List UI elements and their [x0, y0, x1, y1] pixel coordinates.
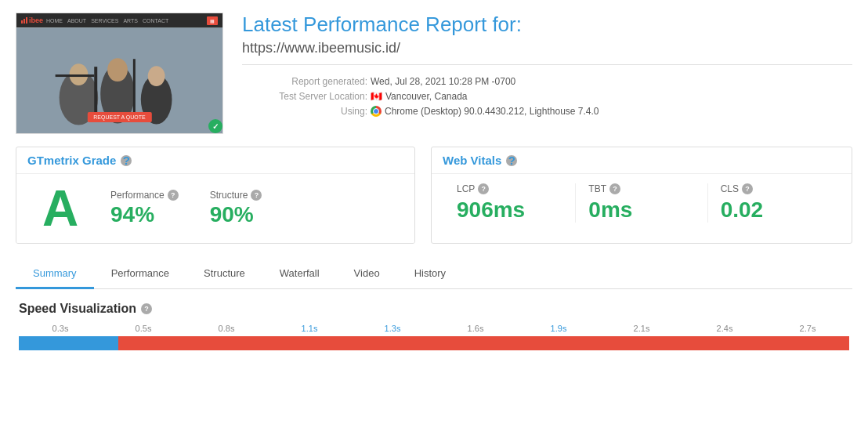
nav-contact: CONTACT — [143, 18, 168, 24]
site-screenshot: ibee HOME ABOUT SERVICES ARTS CONTACT ▦ — [16, 13, 223, 134]
marker-7: 2.1s — [600, 324, 683, 333]
gtmetrix-panel-title: GTmetrix Grade ? — [16, 147, 414, 174]
svg-rect-8 — [133, 59, 136, 113]
grade-letter: A — [29, 183, 92, 234]
main-container: ibee HOME ABOUT SERVICES ARTS CONTACT ▦ — [0, 0, 868, 350]
logo-text: ibee — [29, 16, 43, 24]
vital-tbt-value: 0ms — [588, 198, 694, 223]
tab-summary[interactable]: Summary — [16, 259, 94, 289]
vital-lcp: LCP ? 906ms — [444, 183, 576, 223]
speed-timeline: 0.3s 0.5s 0.8s 1.1s 1.3s 1.6s 1.9s 2.1s … — [19, 324, 849, 350]
tabs-section: Summary Performance Structure Waterfall … — [16, 259, 852, 289]
grades-section: GTmetrix Grade ? A Performance ? 94% — [16, 147, 852, 244]
lcp-help-icon[interactable]: ? — [478, 183, 489, 194]
marker-9: 2.7s — [766, 324, 849, 333]
vital-cls: CLS ? 0.02 — [708, 183, 839, 223]
tab-video[interactable]: Video — [337, 259, 397, 289]
marker-0: 0.3s — [19, 324, 102, 333]
metric-structure: Structure ? 90% — [210, 190, 262, 227]
metric-performance-value: 94% — [110, 202, 179, 227]
marker-1: 0.5s — [102, 324, 185, 333]
svg-rect-7 — [94, 67, 97, 114]
speed-help-icon[interactable]: ? — [141, 303, 152, 314]
meta-label-server: Test Server Location: — [242, 91, 367, 102]
webvitals-panel-title: Web Vitals ? — [432, 147, 852, 174]
report-info: Latest Performance Report for: https://w… — [242, 13, 852, 117]
tab-history[interactable]: History — [397, 259, 463, 289]
performance-help-icon[interactable]: ? — [168, 190, 179, 201]
vital-lcp-label: LCP ? — [457, 183, 562, 194]
metric-structure-label: Structure ? — [210, 190, 262, 201]
nav-about: ABOUT — [67, 18, 86, 24]
webvitals-panel: Web Vitals ? LCP ? 906ms TBT ? 0ms — [431, 147, 852, 244]
meta-row-generated: Report generated: Wed, Jul 28, 2021 10:2… — [242, 76, 852, 87]
report-title: Latest Performance Report for: — [242, 13, 852, 37]
speed-title: Speed Visualization ? — [19, 302, 849, 316]
svg-point-5 — [107, 58, 128, 82]
speed-markers: 0.3s 0.5s 0.8s 1.1s 1.3s 1.6s 1.9s 2.1s … — [19, 324, 849, 336]
vital-cls-value: 0.02 — [721, 198, 826, 223]
screenshot-body: REQUEST A QUOTE — [16, 27, 222, 134]
report-url: https://www.ibeemusic.id/ — [242, 40, 852, 65]
gtmetrix-panel: GTmetrix Grade ? A Performance ? 94% — [16, 147, 415, 244]
marker-2: 0.8s — [185, 324, 268, 333]
svg-point-4 — [69, 63, 88, 85]
tab-performance[interactable]: Performance — [94, 259, 186, 289]
tab-structure[interactable]: Structure — [186, 259, 262, 289]
cls-help-icon[interactable]: ? — [742, 183, 753, 194]
meta-label-using: Using: — [242, 106, 367, 117]
metric-structure-value: 90% — [210, 202, 262, 227]
report-meta: Report generated: Wed, Jul 28, 2021 10:2… — [242, 76, 852, 117]
speed-bar-blue — [19, 336, 118, 350]
meta-row-server: Test Server Location: 🇨🇦 Vancouver, Cana… — [242, 91, 852, 102]
speed-section: Speed Visualization ? 0.3s 0.5s 0.8s 1.1… — [16, 302, 852, 350]
gtmetrix-grade-content: A Performance ? 94% Structure ? — [16, 174, 414, 243]
meta-value-server: 🇨🇦 Vancouver, Canada — [371, 91, 468, 102]
nav-cta: ▦ — [207, 16, 218, 25]
marker-8: 2.4s — [683, 324, 766, 333]
speed-bar-red — [118, 336, 849, 350]
vital-tbt: TBT ? 0ms — [576, 183, 707, 223]
structure-help-icon[interactable]: ? — [251, 190, 262, 201]
meta-value-using: Chrome (Desktop) 90.0.4430.212, Lighthou… — [371, 106, 599, 117]
tabs-list: Summary Performance Structure Waterfall … — [16, 259, 852, 288]
speed-bar-container — [19, 336, 849, 350]
nav-home: HOME — [46, 18, 63, 24]
header-section: ibee HOME ABOUT SERVICES ARTS CONTACT ▦ — [16, 13, 852, 134]
chrome-icon — [371, 106, 382, 117]
vital-cls-label: CLS ? — [721, 183, 826, 194]
grade-metrics: Performance ? 94% Structure ? 90% — [110, 190, 262, 227]
marker-6: 1.9s — [517, 324, 600, 333]
metric-performance-label: Performance ? — [110, 190, 179, 201]
gtmetrix-help-icon[interactable]: ? — [121, 155, 132, 166]
meta-value-generated: Wed, Jul 28, 2021 10:28 PM -0700 — [371, 76, 515, 87]
marker-5: 1.6s — [434, 324, 517, 333]
vital-lcp-value: 906ms — [457, 198, 562, 223]
metric-performance: Performance ? 94% — [110, 190, 179, 227]
vital-tbt-label: TBT ? — [588, 183, 694, 194]
meta-label-generated: Report generated: — [242, 76, 367, 87]
svg-point-6 — [148, 66, 165, 86]
screenshot-cta: REQUEST A QUOTE — [87, 112, 151, 122]
marker-3: 1.1s — [268, 324, 351, 333]
webvitals-content: LCP ? 906ms TBT ? 0ms CLS ? — [432, 174, 852, 232]
tbt-help-icon[interactable]: ? — [609, 183, 620, 194]
meta-row-using: Using: Chrome (Desktop) 90.0.4430.212, L… — [242, 106, 852, 117]
canada-flag-icon: 🇨🇦 — [371, 91, 382, 102]
webvitals-help-icon[interactable]: ? — [506, 155, 517, 166]
tab-waterfall[interactable]: Waterfall — [262, 259, 337, 289]
marker-4: 1.3s — [351, 324, 434, 333]
nav-services: SERVICES — [91, 18, 118, 24]
nav-arts: ARTS — [123, 18, 138, 24]
screenshot-badge: ✓ — [208, 119, 222, 133]
svg-rect-9 — [56, 74, 95, 77]
